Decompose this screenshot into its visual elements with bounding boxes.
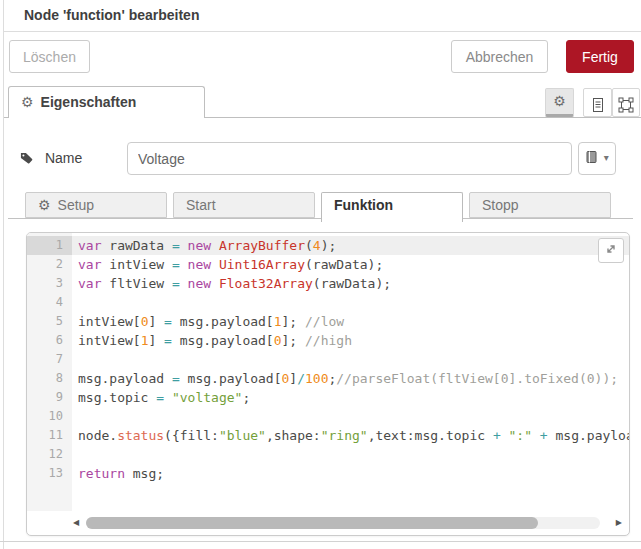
function-tab-label: Stopp (482, 197, 519, 213)
code-line[interactable]: var rawData = new ArrayBuffer(4); (72, 236, 629, 255)
code-line[interactable]: intView[0] = msg.payload[1]; //low (72, 312, 629, 331)
function-tab-start[interactable]: Start (173, 192, 315, 218)
line-number: 7 (27, 350, 72, 369)
scrollbar-thumb[interactable] (86, 517, 538, 529)
line-number: 8 (27, 369, 72, 388)
line-number: 4 (27, 293, 72, 312)
gear-icon: ⚙ (21, 94, 34, 110)
chevron-down-icon: ▾ (604, 152, 609, 163)
scrollbar-track[interactable] (86, 517, 600, 529)
library-button[interactable]: ▾ (578, 142, 616, 175)
code-line[interactable] (72, 350, 629, 369)
document-icon (591, 94, 605, 109)
code-line[interactable] (72, 445, 629, 464)
tab-properties[interactable]: ⚙Eigenschaften (8, 86, 205, 118)
appearance-button[interactable] (612, 88, 640, 117)
code-line[interactable]: return msg; (72, 464, 629, 483)
tab-properties-label: Eigenschaften (41, 94, 137, 110)
dialog-bottom-divider (0, 541, 641, 542)
line-number: 9 (27, 388, 72, 407)
function-tab-setup[interactable]: ⚙Setup (25, 192, 167, 218)
selection-frame-icon (618, 94, 634, 109)
code-line[interactable] (72, 407, 629, 426)
expand-diagonal-icon (604, 244, 618, 259)
line-number: 13 (27, 464, 72, 483)
scroll-left-icon[interactable]: ◀ (73, 516, 79, 530)
horizontal-scrollbar[interactable]: ◀ ▶ (73, 516, 624, 530)
function-tab-funktion[interactable]: Funktion (321, 192, 463, 222)
line-number: 2 (27, 255, 72, 274)
line-number: 12 (27, 445, 72, 464)
name-label: Name (20, 150, 82, 166)
description-button[interactable] (583, 88, 612, 117)
function-tab-label: Start (186, 197, 216, 213)
delete-button[interactable]: Löschen (9, 40, 90, 73)
line-number: 5 (27, 312, 72, 331)
editor-code[interactable]: var rawData = new ArrayBuffer(4);var int… (72, 233, 629, 511)
tag-icon (20, 150, 45, 166)
code-line[interactable]: intView[1] = msg.payload[0]; //high (72, 331, 629, 350)
editor-expand-button[interactable] (598, 238, 624, 263)
name-input[interactable] (127, 142, 572, 175)
line-number: 1 (27, 236, 72, 255)
editor-gutter: 12345678910111213 (27, 233, 72, 511)
code-editor: 12345678910111213 var rawData = new Arra… (26, 232, 630, 536)
gear-icon: ⚙ (38, 197, 51, 213)
code-line[interactable]: msg.payload = msg.payload[0]/100;//parse… (72, 369, 629, 388)
scroll-right-icon[interactable]: ▶ (616, 516, 622, 530)
edit-properties-button[interactable]: ⚙ (545, 88, 574, 117)
dialog-left-border (3, 0, 4, 549)
gear-icon: ⚙ (553, 93, 566, 109)
code-line[interactable] (72, 293, 629, 312)
function-tab-label: Setup (58, 197, 95, 213)
code-line[interactable]: var intView = new Uint16Array(rawData); (72, 255, 629, 274)
code-line[interactable]: node.status({fill:"blue",shape:"ring",te… (72, 426, 629, 445)
line-number: 3 (27, 274, 72, 293)
done-button[interactable]: Fertig (566, 40, 634, 73)
cancel-button[interactable]: Abbrechen (451, 40, 548, 73)
edit-node-dialog: Node 'function' bearbeiten Löschen Abbre… (0, 0, 641, 549)
code-line[interactable]: var fltView = new Float32Array(rawData); (72, 274, 629, 293)
function-tab-label: Funktion (334, 197, 393, 213)
dialog-title: Node 'function' bearbeiten (24, 0, 199, 31)
code-line[interactable]: msg.topic = "voltage"; (72, 388, 629, 407)
dialog-header: Node 'function' bearbeiten (4, 0, 641, 32)
library-book-icon (585, 152, 602, 167)
line-number: 11 (27, 426, 72, 445)
line-number: 10 (27, 407, 72, 426)
function-tab-stopp[interactable]: Stopp (469, 192, 611, 218)
line-number: 6 (27, 331, 72, 350)
